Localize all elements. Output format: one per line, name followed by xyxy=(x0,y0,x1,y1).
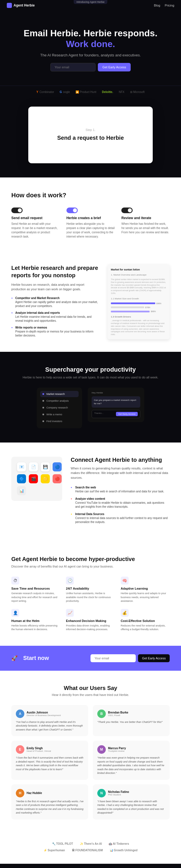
nav-blog[interactable]: Blog xyxy=(154,4,160,7)
hero-section: Email Herbie. Herbie responds. Work done… xyxy=(0,11,181,86)
cta-label: Start now xyxy=(23,655,49,661)
benefit-title-3: Human at the Helm xyxy=(11,619,60,622)
how-title: How does it work? xyxy=(11,192,170,199)
how-toggle-0 xyxy=(11,208,23,213)
testi-avatar-0: A xyxy=(16,710,24,718)
menu-item-4[interactable]: Find investors xyxy=(40,418,79,424)
how-toggle-1 xyxy=(67,208,78,213)
productivity-title: Supercharge your productivity xyxy=(11,366,170,373)
partner-toolpilot: 🔧 TOOL PILOT xyxy=(52,842,73,845)
research-title: Let Herbie research and prepare reports … xyxy=(11,264,99,279)
testi-header-4: H Haz Hubble xyxy=(16,789,84,798)
benefit-title-0: Save Time and Resources xyxy=(11,587,60,590)
testi-header-5: N Nicholas Fatino PhD Student xyxy=(97,789,165,798)
benefit-icon-5: 💰 xyxy=(121,609,129,617)
cta-rocket-icon: 🚀 xyxy=(11,655,17,661)
menu-dot-0 xyxy=(42,393,44,395)
logo-deloitte: Deloitte. xyxy=(102,90,113,94)
connect-icon-sheets: 📊 xyxy=(17,486,26,495)
hero-cta-button[interactable]: Get Early Access xyxy=(98,63,131,71)
connect-section: 📧 📄 💾 🔵 🔷 🎬 🟡 🔴 📊 Connect Agent Herbie t… xyxy=(0,442,181,542)
testi-card-4: H Haz Hubble "Herbie is the first AI res… xyxy=(11,784,88,819)
benefit-card-4: 📈 Enhanced Decision Making Provides data… xyxy=(66,609,115,631)
benefit-icon-2: 🧠 xyxy=(121,577,129,585)
menu-item-2[interactable]: Company research xyxy=(40,405,79,411)
connect-icon-drive: 💾 xyxy=(41,462,50,471)
benefit-title-5: Cost-Effective Solution xyxy=(121,619,170,622)
benefits-title: Get Agent Herbie to become hyper-product… xyxy=(11,556,170,562)
connect-item-1: Analyze video content Connect YouTube to… xyxy=(71,497,170,509)
benefit-card-5: 💰 Cost-Effective Solution Reduces the ne… xyxy=(121,609,170,631)
menu-item-3[interactable]: Write a memo xyxy=(40,411,79,417)
testi-header-3: M Marcus Parry Trustpilot review xyxy=(97,745,165,754)
productivity-chat: Hey Herbie Can you prepare a market rese… xyxy=(88,388,144,422)
testi-avatar-4: H xyxy=(16,789,24,798)
benefit-title-4: Enhanced Decision Making xyxy=(66,619,115,622)
benefit-desc-4: Provides data-driven insights, enabling … xyxy=(66,624,115,631)
benefit-card-1: 🕐 24/7 Availability Unlike human assista… xyxy=(66,577,115,603)
how-card-2-desc: When Herbie has finished the work, he se… xyxy=(121,222,170,235)
partner-aitinkerers: 🤖 AI Tinkerers xyxy=(109,842,129,845)
connect-icon-meet: 🔵 xyxy=(52,462,62,471)
hero-email-input[interactable] xyxy=(50,63,96,71)
testi-avatar-3: M xyxy=(97,745,106,754)
partner-superhuman: ⚡ Superhuman xyxy=(43,849,65,852)
testi-avatar-1: B xyxy=(97,710,106,718)
testi-card-5: N Nicholas Fatino PhD Student "I have be… xyxy=(93,784,170,819)
benefit-desc-1: Unlike human assistants, Herbie is avail… xyxy=(66,592,115,603)
connect-item-2: Internal Data Sources Connect to interna… xyxy=(71,512,170,524)
benefit-title-1: 24/7 Availability xyxy=(66,587,115,590)
research-right: Market for suntan lotion 1. Market Overv… xyxy=(107,264,170,339)
partners-section: 🔧 TOOL PILOT ✨ There's An AI 🤖 AI Tinker… xyxy=(0,834,181,864)
testi-avatar-5: N xyxy=(97,789,106,798)
testi-header-0: A Austin Johnson Director of Business De… xyxy=(16,710,84,718)
connect-right: Connect Agent Herbie to anything When it… xyxy=(71,457,170,528)
benefit-card-3: 👤 Human at the Helm Herbie boosts effici… xyxy=(11,609,60,631)
testi-card-2: E Emily Singh Head of Product, Vimcal "I… xyxy=(11,741,88,780)
connect-icons: 📧 📄 💾 🔵 🔷 🎬 🟡 🔴 📊 xyxy=(11,457,62,501)
connect-list: Search the web Herbie can surf the web i… xyxy=(71,486,170,524)
partners-row-1: 🔧 TOOL PILOT ✨ There's An AI 🤖 AI Tinker… xyxy=(11,842,170,845)
how-card-2: Review and iterate When Herbie has finis… xyxy=(121,208,170,239)
how-toggle-2 xyxy=(121,208,133,213)
logo-microsoft: ⊞ Microsoft xyxy=(130,90,145,94)
testi-card-0: A Austin Johnson Director of Business De… xyxy=(11,705,88,737)
benefit-desc-5: Reduces the need for external analysts, … xyxy=(121,624,170,631)
logo-ycombinator: Y Combinator xyxy=(36,90,54,94)
how-card-2-title: Review and iterate xyxy=(121,216,170,220)
research-list: Competitor and Market Research Agent Her… xyxy=(11,296,99,338)
chat-send-button[interactable]: Get Early Access xyxy=(116,412,138,416)
how-grid: Send email request Send Herbie an email … xyxy=(11,208,170,239)
how-card-1-title: Herbie creates a brief xyxy=(67,216,115,220)
cta-button[interactable]: Get Early Access xyxy=(138,654,170,662)
nav-pricing[interactable]: Pricing xyxy=(165,4,174,7)
logo-google: Google xyxy=(60,90,70,94)
testi-header-1: B Brendan Burke CEO, Flowfi xyxy=(97,710,165,718)
research-item-1: Analyze internal data and reports Let He… xyxy=(11,311,99,323)
connect-icon-slack: 🟡 xyxy=(41,474,50,483)
logos-row: Y Combinator Google 🔼 Product Hunt Deloi… xyxy=(0,86,181,98)
partner-theresanai: ✨ There's An AI xyxy=(80,842,102,845)
menu-item-1[interactable]: Competitor analysis xyxy=(40,398,79,404)
menu-dot-2 xyxy=(42,407,44,408)
demo-card: Step 1. Send a request to Herbie xyxy=(28,106,153,163)
menu-dot-4 xyxy=(42,421,44,422)
research-section: Let Herbie research and prepare reports … xyxy=(0,253,181,352)
chat-input-area: Thanks... Get Early Access xyxy=(92,410,140,418)
cta-section: 🚀 Start now Get Early Access xyxy=(0,646,181,671)
productivity-subtitle: Herbie is here to help across a wide set… xyxy=(11,376,170,379)
menu-item-0[interactable]: Market research xyxy=(40,391,79,397)
partners-row-2: ⚡ Superhuman 🏛 FOUNDATIONALISM 📊 Growth … xyxy=(11,849,170,852)
testimonials-title: What our Users Say xyxy=(11,685,170,691)
demo-section: Step 1. Send a request to Herbie xyxy=(0,98,181,178)
how-card-1-desc: Herbie writes alongside you to prepare a… xyxy=(67,222,115,239)
mock-report: Market for suntan lotion 1. Market Overv… xyxy=(107,264,170,339)
productivity-menu: Market research Competitor analysis Comp… xyxy=(37,388,82,428)
hero-headline: Email Herbie. Herbie responds. Work done… xyxy=(11,28,170,50)
benefit-icon-3: 👤 xyxy=(11,609,19,617)
cta-email-input[interactable] xyxy=(90,654,136,662)
logo-nfx: NFX xyxy=(119,90,124,94)
nav-badge: Introducing Agent Herbie xyxy=(74,0,107,4)
connect-title: Connect Agent Herbie to anything xyxy=(71,457,170,463)
connect-icon-notion: 🔴 xyxy=(52,474,62,483)
